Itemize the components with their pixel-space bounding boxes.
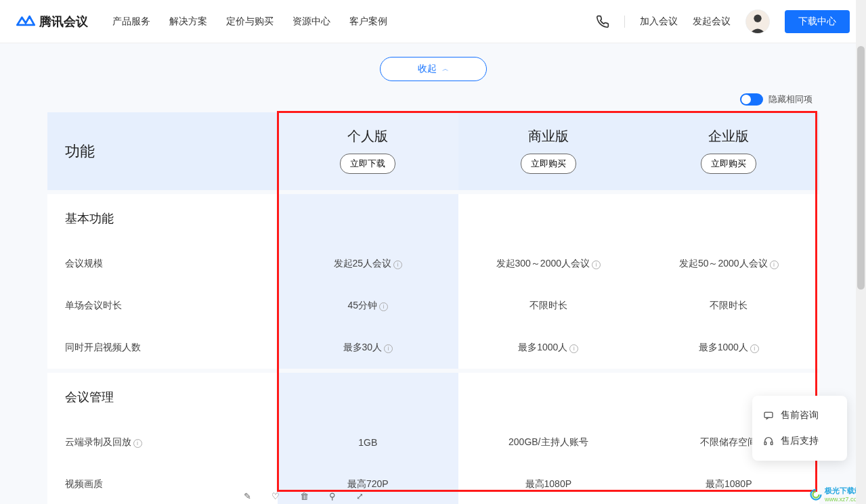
presales-label: 售前咨询 — [781, 409, 819, 421]
scrollbar-thumb[interactable] — [857, 46, 865, 290]
feature-label: 云端录制及回放 — [65, 436, 131, 447]
cell-value: 45分钟 — [348, 300, 378, 311]
bottom-toolbar: ✎ ♡ 🗑 ⚲ ⤢ — [244, 491, 364, 501]
aftersales-label: 售后支持 — [781, 435, 819, 447]
plan-cta-buy[interactable]: 立即购买 — [521, 154, 576, 174]
tool-icon[interactable]: 🗑 — [300, 491, 309, 501]
plan-header-enterprise: 企业版 立即购买 — [638, 112, 819, 190]
nav-resources[interactable]: 资源中心 — [293, 16, 330, 28]
info-icon[interactable]: i — [569, 344, 578, 353]
collapse-label: 收起 — [418, 63, 437, 75]
tool-icon[interactable]: ⚲ — [329, 491, 336, 501]
info-icon[interactable]: i — [770, 260, 779, 269]
plan-header-personal: 个人版 立即下载 — [278, 112, 458, 190]
hide-same-toggle[interactable] — [740, 93, 763, 106]
feature-label: 会议规模 — [65, 258, 103, 269]
content-area: 收起 ︿ 隐藏相同项 功能 个人版 立即下载 商业版 — [0, 43, 866, 504]
cell-value: 发起25人会议 — [334, 258, 392, 269]
feature-label: 视频画质 — [65, 478, 103, 489]
table-row: 视频画质 最高720P 最高1080P 最高1080P — [47, 463, 819, 504]
comparison-table-wrap: 功能 个人版 立即下载 商业版 立即购买 企业版 — [47, 112, 819, 504]
avatar[interactable] — [745, 9, 770, 34]
info-icon[interactable]: i — [379, 302, 388, 311]
headset-icon — [763, 436, 774, 446]
plan-header-business: 商业版 立即购买 — [458, 112, 638, 190]
section-management: 会议管理 — [47, 373, 819, 421]
aftersales-support[interactable]: 售后支持 — [752, 428, 847, 454]
info-icon[interactable]: i — [393, 260, 402, 269]
presales-support[interactable]: 售前咨询 — [752, 403, 847, 428]
toggle-label: 隐藏相同项 — [768, 93, 813, 106]
chevron-up-icon: ︿ — [442, 64, 449, 74]
table-row: 会议规模 发起25人会议i 发起300～2000人会议i 发起50～2000人会… — [47, 243, 819, 285]
vertical-scrollbar[interactable] — [856, 0, 866, 504]
main-nav: 产品服务 解决方案 定价与购买 资源中心 客户案例 — [112, 16, 387, 28]
cell-value: 最多1000人 — [699, 342, 748, 352]
section-title: 会议管理 — [47, 373, 278, 421]
info-icon[interactable]: i — [384, 344, 393, 353]
cell-value: 1GB — [358, 437, 377, 448]
svg-rect-4 — [771, 442, 773, 444]
tool-icon[interactable]: ✎ — [244, 491, 251, 501]
plan-name: 个人版 — [278, 127, 458, 145]
info-icon[interactable]: i — [133, 439, 142, 448]
support-panel: 售前咨询 售后支持 — [752, 396, 847, 461]
cell-value: 不限储存空间 — [700, 436, 757, 447]
svg-rect-3 — [764, 442, 766, 444]
feature-header-cell: 功能 — [47, 112, 278, 190]
nav-products[interactable]: 产品服务 — [112, 16, 150, 28]
nav-cases[interactable]: 客户案例 — [349, 16, 387, 28]
plan-name: 企业版 — [638, 127, 819, 145]
start-meeting-link[interactable]: 发起会议 — [693, 16, 731, 28]
table-row: 同时开启视频人数 最多30人i 最多1000人i 最多1000人i — [47, 327, 819, 369]
plan-cta-download[interactable]: 立即下载 — [340, 154, 395, 174]
section-title: 基本功能 — [47, 194, 278, 243]
section-basic: 基本功能 — [47, 194, 819, 243]
divider — [624, 16, 625, 28]
cell-value: 最高1080P — [706, 478, 752, 489]
download-center-button[interactable]: 下载中心 — [785, 10, 850, 33]
cell-value: 最高720P — [347, 478, 389, 489]
table-row: 单场会议时长 45分钟i 不限时长 不限时长 — [47, 285, 819, 327]
svg-point-1 — [754, 14, 761, 22]
toggle-row: 隐藏相同项 — [47, 93, 819, 106]
comparison-table: 功能 个人版 立即下载 商业版 立即购买 企业版 — [47, 112, 819, 504]
cell-value: 200GB/主持人账号 — [508, 436, 588, 447]
top-header: 腾讯会议 产品服务 解决方案 定价与购买 资源中心 客户案例 加入会议 发起会议… — [0, 0, 866, 43]
info-icon[interactable]: i — [750, 344, 759, 353]
svg-rect-2 — [764, 412, 773, 417]
watermark-icon — [810, 488, 822, 501]
tool-icon[interactable]: ⤢ — [356, 491, 364, 501]
feature-label: 同时开启视频人数 — [65, 342, 141, 352]
nav-solutions[interactable]: 解决方案 — [169, 16, 207, 28]
feature-header: 功能 — [65, 141, 261, 162]
brand-logo[interactable]: 腾讯会议 — [16, 14, 88, 30]
brand-name: 腾讯会议 — [39, 14, 88, 30]
collapse-button[interactable]: 收起 ︿ — [380, 57, 487, 81]
header-right: 加入会议 发起会议 下载中心 — [596, 9, 850, 34]
cell-value: 发起300～2000人会议 — [496, 258, 590, 269]
join-meeting-link[interactable]: 加入会议 — [640, 16, 678, 28]
nav-pricing[interactable]: 定价与购买 — [226, 16, 274, 28]
table-row: 云端录制及回放i 1GB 200GB/主持人账号 不限储存空间 — [47, 421, 819, 463]
cell-value: 最多1000人 — [518, 342, 567, 352]
plan-header-row: 功能 个人版 立即下载 商业版 立即购买 企业版 — [47, 112, 819, 190]
tool-icon[interactable]: ♡ — [272, 491, 280, 501]
chat-icon — [763, 410, 774, 421]
watermark: 极光下载站 www.xz7.com — [810, 486, 862, 503]
plan-cta-buy[interactable]: 立即购买 — [701, 154, 756, 174]
feature-label: 单场会议时长 — [65, 300, 122, 311]
cell-value: 不限时长 — [529, 300, 567, 311]
tencent-meeting-logo-icon — [16, 14, 35, 29]
cell-value: 发起50～2000人会议 — [679, 258, 768, 269]
cell-value: 不限时长 — [710, 300, 748, 311]
info-icon[interactable]: i — [592, 260, 601, 269]
plan-name: 商业版 — [458, 127, 638, 145]
phone-icon[interactable] — [596, 15, 609, 28]
cell-value: 最多30人 — [343, 342, 383, 352]
cell-value: 最高1080P — [525, 478, 571, 489]
